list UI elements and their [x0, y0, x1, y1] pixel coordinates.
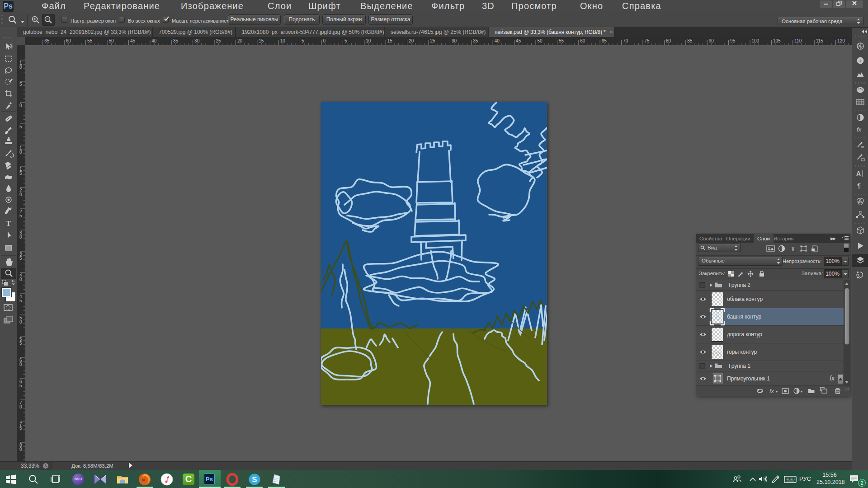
svg-text:45: 45 — [130, 38, 136, 43]
svg-text:25: 25 — [216, 38, 222, 43]
svg-text:75: 75 — [645, 38, 650, 43]
svg-text:¶: ¶ — [857, 182, 861, 189]
svg-text:35: 35 — [473, 38, 478, 43]
svg-text:30: 30 — [452, 38, 457, 43]
svg-text:10: 10 — [366, 38, 371, 43]
svg-text:110: 110 — [794, 38, 802, 43]
svg-text:30: 30 — [194, 38, 200, 43]
svg-text:90: 90 — [709, 38, 714, 43]
svg-text:0: 0 — [19, 150, 22, 155]
svg-text:5: 5 — [19, 124, 22, 129]
svg-text:5: 5 — [19, 426, 22, 431]
svg-text:T: T — [6, 219, 11, 228]
svg-text:45: 45 — [516, 38, 521, 43]
svg-text:50: 50 — [109, 38, 114, 43]
svg-text:100: 100 — [752, 38, 760, 43]
svg-text:5: 5 — [19, 341, 22, 346]
svg-text:0: 0 — [19, 103, 22, 108]
svg-text:35: 35 — [173, 38, 179, 43]
svg-text:55: 55 — [87, 38, 93, 43]
svg-text:50: 50 — [538, 38, 543, 43]
svg-text:20: 20 — [237, 38, 243, 43]
svg-text:0: 0 — [19, 235, 22, 239]
svg-text:25: 25 — [430, 38, 436, 43]
svg-text:60: 60 — [580, 38, 585, 43]
svg-text:120: 120 — [837, 38, 845, 43]
svg-text:0: 0 — [19, 362, 22, 367]
svg-text:65: 65 — [44, 38, 50, 43]
svg-text:55: 55 — [559, 38, 564, 43]
svg-text:80: 80 — [666, 38, 671, 43]
svg-text:40: 40 — [495, 38, 500, 43]
svg-text:20: 20 — [409, 38, 414, 43]
svg-text:65: 65 — [602, 38, 607, 43]
svg-text:105: 105 — [773, 38, 781, 43]
svg-text:5: 5 — [19, 298, 22, 303]
svg-text:0: 0 — [19, 277, 22, 282]
svg-text:115: 115 — [816, 38, 823, 43]
svg-text:i: i — [859, 58, 861, 63]
svg-text:fx: fx — [857, 126, 862, 133]
svg-text:15: 15 — [259, 38, 264, 43]
svg-text:15: 15 — [387, 38, 393, 43]
svg-text:5: 5 — [302, 38, 304, 43]
svg-text:T: T — [791, 245, 795, 253]
svg-text:60: 60 — [66, 38, 71, 43]
svg-text:0: 0 — [19, 404, 22, 409]
svg-text:5: 5 — [19, 171, 22, 176]
svg-text:40: 40 — [151, 38, 157, 43]
svg-text:5: 5 — [19, 383, 22, 388]
svg-text:95: 95 — [730, 38, 736, 43]
svg-text:0: 0 — [19, 192, 22, 197]
svg-text:0: 0 — [19, 65, 22, 70]
svg-text:5: 5 — [19, 82, 22, 87]
svg-text:0: 0 — [323, 38, 326, 43]
svg-text:A: A — [856, 170, 861, 177]
svg-text:S: S — [252, 475, 257, 484]
svg-text:5: 5 — [344, 38, 347, 43]
svg-text:0: 0 — [19, 447, 22, 452]
svg-text:85: 85 — [687, 38, 693, 43]
svg-text:5: 5 — [19, 213, 22, 218]
svg-text:70: 70 — [623, 38, 628, 43]
svg-text:fx: fx — [769, 388, 774, 394]
svg-text:5: 5 — [19, 256, 22, 261]
svg-text:10: 10 — [280, 38, 286, 43]
svg-text:0: 0 — [19, 319, 22, 324]
